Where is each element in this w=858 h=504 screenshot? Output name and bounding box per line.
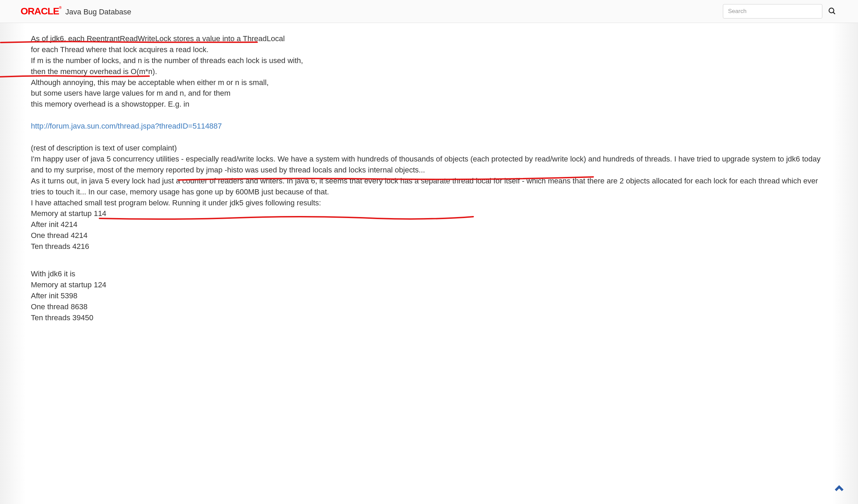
description-line: for each Thread where that lock acquires…	[31, 44, 827, 55]
result-line: One thread 8638	[31, 301, 827, 312]
bug-description-content: As of jdk6, each ReentrantReadWriteLock …	[0, 23, 858, 504]
description-line: this memory overhead is a showstopper. E…	[31, 99, 827, 110]
forum-link[interactable]: http://forum.java.sun.com/thread.jspa?th…	[31, 122, 222, 130]
search-icon	[828, 7, 836, 15]
header-right	[723, 4, 837, 19]
jdk5-results: Memory at startup 114 After init 4214 On…	[31, 208, 827, 252]
header-left: ORACLE® Java Bug Database	[21, 6, 131, 17]
description-paragraph: As it turns out, in java 5 every lock ha…	[31, 176, 827, 197]
description-paragraph: I'm happy user of java 5 concurrency uti…	[31, 154, 827, 176]
result-line: Ten threads 4216	[31, 241, 827, 252]
description-line: but some users have large values for m a…	[31, 88, 827, 99]
result-line: After init 5398	[31, 290, 827, 301]
description-line: As of jdk6, each ReentrantReadWriteLock …	[31, 33, 827, 44]
result-line: After init 4214	[31, 219, 827, 230]
result-line: One thread 4214	[31, 230, 827, 241]
chevron-up-icon	[833, 481, 846, 494]
description-line: Although annoying, this may be acceptabl…	[31, 77, 827, 88]
search-button[interactable]	[826, 5, 837, 17]
jdk6-results: Memory at startup 124 After init 5398 On…	[31, 279, 827, 323]
svg-point-0	[829, 8, 834, 13]
result-line: Ten threads 39450	[31, 312, 827, 323]
description-line: then the memory overhead is O(m*n).	[31, 66, 827, 77]
page-header: ORACLE® Java Bug Database	[0, 0, 858, 23]
description-line: With jdk6 it is	[31, 268, 827, 279]
result-line: Memory at startup 124	[31, 279, 827, 290]
result-line: Memory at startup 114	[31, 208, 827, 219]
description-paragraph: I have attached small test program below…	[31, 197, 827, 208]
scroll-to-top-button[interactable]	[833, 481, 846, 496]
description-line: If m is the number of locks, and n is th…	[31, 55, 827, 66]
search-input[interactable]	[723, 4, 822, 19]
description-line: (rest of description is text of user com…	[31, 143, 827, 154]
oracle-logo: ORACLE®	[21, 6, 61, 17]
site-title: Java Bug Database	[65, 8, 131, 16]
svg-line-1	[833, 12, 835, 14]
